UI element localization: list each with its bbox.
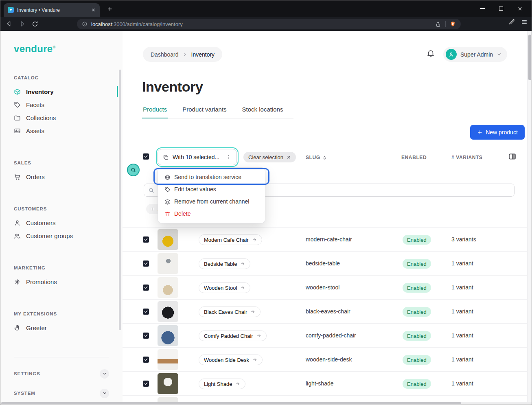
brave-shield-icon[interactable] bbox=[450, 21, 456, 27]
folder-icon bbox=[14, 114, 21, 121]
sidebar-scrollbar[interactable] bbox=[119, 70, 121, 330]
forward-button[interactable] bbox=[18, 20, 26, 28]
arrow-right-icon bbox=[240, 285, 245, 290]
menu-item-edit-facet-values[interactable]: Edit facet values bbox=[160, 183, 263, 195]
tab-products[interactable]: Products bbox=[142, 106, 168, 118]
sidebar-section-settings[interactable]: SETTINGS bbox=[0, 364, 123, 383]
product-name-link[interactable]: Black Eaves Chair bbox=[199, 306, 261, 317]
vertical-scrollbar[interactable] bbox=[527, 31, 532, 402]
sidebar-item-greeter[interactable]: Greeter bbox=[0, 321, 123, 334]
arrow-right-icon bbox=[256, 333, 261, 338]
kebab-menu-icon[interactable] bbox=[226, 154, 232, 160]
tab-product-variants[interactable]: Product variants bbox=[182, 106, 227, 118]
horizontal-scrollbar[interactable] bbox=[0, 402, 532, 405]
sidebar-section-system[interactable]: SYSTEM bbox=[0, 383, 123, 403]
product-name-link[interactable]: Comfy Padded Chair bbox=[199, 331, 267, 341]
horizontal-scrollbar-thumb[interactable] bbox=[1, 402, 461, 404]
notifications-bell-icon[interactable] bbox=[426, 49, 435, 58]
toolbar-divider bbox=[445, 21, 446, 27]
maximize-button[interactable] bbox=[492, 2, 510, 15]
close-icon bbox=[287, 155, 291, 160]
columns-settings-icon[interactable] bbox=[508, 152, 517, 161]
sidebar-item-customer-groups[interactable]: Customer groups bbox=[0, 229, 123, 242]
url-bar[interactable]: localhost:3000/admin/catalog/inventory bbox=[77, 19, 461, 29]
sidebar-item-inventory[interactable]: Inventory bbox=[0, 85, 123, 98]
menu-item-remove-from-channel[interactable]: Remove from current channel bbox=[160, 195, 263, 208]
clear-selection-button[interactable]: Clear selection bbox=[243, 152, 296, 162]
product-thumbnail[interactable] bbox=[158, 301, 178, 322]
sidebar-item-label: Collections bbox=[26, 114, 56, 121]
tab-stock-locations[interactable]: Stock locations bbox=[241, 106, 284, 118]
back-button[interactable] bbox=[4, 20, 13, 28]
page-tabs: Products Product variants Stock location… bbox=[142, 106, 293, 118]
site-info-icon[interactable] bbox=[82, 21, 88, 27]
row-checkbox[interactable] bbox=[143, 333, 149, 339]
vendure-favicon-icon: ♥ bbox=[8, 7, 14, 13]
sidebar-item-label: Greeter bbox=[26, 324, 47, 331]
sidebar-item-promotions[interactable]: Promotions bbox=[0, 275, 123, 288]
product-thumbnail[interactable] bbox=[158, 253, 178, 274]
package-icon bbox=[14, 88, 21, 95]
sidebar-item-label: Orders bbox=[26, 173, 45, 180]
row-checkbox[interactable] bbox=[143, 285, 149, 291]
sidebar-item-label: Customer groups bbox=[26, 232, 73, 239]
chevron-down-icon[interactable] bbox=[100, 369, 109, 379]
sidebar-item-orders[interactable]: Orders bbox=[0, 170, 123, 183]
select-all-checkbox[interactable] bbox=[143, 153, 149, 160]
row-checkbox[interactable] bbox=[143, 309, 149, 315]
menu-item-delete[interactable]: Delete bbox=[160, 208, 263, 220]
column-header-slug[interactable]: SLUG bbox=[306, 155, 327, 160]
sidebar-item-label: Inventory bbox=[26, 88, 54, 95]
row-checkbox[interactable] bbox=[143, 381, 149, 387]
sidebar: vendure® CATALOG Inventory Facets bbox=[0, 31, 123, 405]
new-tab-button[interactable] bbox=[105, 4, 114, 13]
edit-icon[interactable] bbox=[508, 18, 515, 25]
chevron-down-icon[interactable] bbox=[100, 389, 109, 398]
product-thumbnail[interactable] bbox=[158, 229, 178, 250]
product-thumbnail[interactable] bbox=[158, 349, 178, 370]
with-selected-button[interactable]: With 10 selected... bbox=[158, 149, 237, 165]
sidebar-item-customers[interactable]: Customers bbox=[0, 216, 123, 229]
status-badge: Enabled bbox=[403, 307, 431, 317]
products-table: Modern Cafe Chair modern-cafe-chair Enab… bbox=[123, 227, 528, 405]
tab-close-icon[interactable] bbox=[91, 8, 96, 12]
product-slug: wooden-side-desk bbox=[306, 356, 352, 363]
product-name-link[interactable]: Light Shade bbox=[199, 379, 245, 389]
reload-button[interactable] bbox=[31, 20, 39, 28]
product-name-link[interactable]: Wooden Stool bbox=[199, 282, 250, 293]
column-header-enabled: ENABLED bbox=[401, 155, 427, 160]
browser-toolbar: localhost:3000/admin/catalog/inventory bbox=[0, 17, 532, 31]
product-name-link[interactable]: Modern Cafe Chair bbox=[199, 234, 262, 245]
url-text: localhost:3000/admin/catalog/inventory bbox=[91, 21, 183, 27]
menu-item-label: Delete bbox=[174, 210, 190, 217]
product-thumbnail[interactable] bbox=[158, 325, 178, 346]
sidebar-item-label: Promotions bbox=[26, 278, 57, 285]
sidebar-item-assets[interactable]: Assets bbox=[0, 124, 123, 137]
page-title: Inventory bbox=[142, 79, 203, 95]
product-slug: wooden-stool bbox=[306, 284, 339, 291]
sidebar-item-collections[interactable]: Collections bbox=[0, 111, 123, 124]
row-checkbox[interactable] bbox=[143, 261, 149, 267]
section-label: SETTINGS bbox=[14, 371, 40, 376]
sidebar-divider bbox=[14, 357, 109, 357]
product-thumbnail[interactable] bbox=[158, 277, 178, 298]
menu-icon[interactable] bbox=[521, 19, 528, 25]
close-window-button[interactable] bbox=[510, 2, 529, 15]
sidebar-item-facets[interactable]: Facets bbox=[0, 98, 123, 111]
product-name-link[interactable]: Bedside Table bbox=[199, 258, 250, 269]
product-thumbnail[interactable] bbox=[158, 373, 178, 394]
menu-item-send-to-translation[interactable]: Send to translation service bbox=[160, 171, 263, 183]
sidebar-item-label: Customers bbox=[26, 219, 56, 226]
menu-item-label: Send to translation service bbox=[174, 174, 241, 180]
trash-icon bbox=[164, 211, 171, 217]
row-checkbox[interactable] bbox=[143, 236, 149, 243]
vertical-scrollbar-thumb[interactable] bbox=[528, 35, 531, 80]
new-product-button[interactable]: New product bbox=[470, 125, 525, 140]
breadcrumb-dashboard[interactable]: Dashboard bbox=[151, 51, 179, 58]
minimize-button[interactable] bbox=[473, 2, 492, 15]
user-menu[interactable]: Super Admin bbox=[443, 47, 507, 62]
row-checkbox[interactable] bbox=[143, 357, 149, 363]
browser-tab[interactable]: ♥ Inventory • Vendure bbox=[4, 3, 100, 17]
share-icon[interactable] bbox=[435, 21, 441, 27]
product-name-link[interactable]: Wooden Side Desk bbox=[199, 355, 263, 365]
